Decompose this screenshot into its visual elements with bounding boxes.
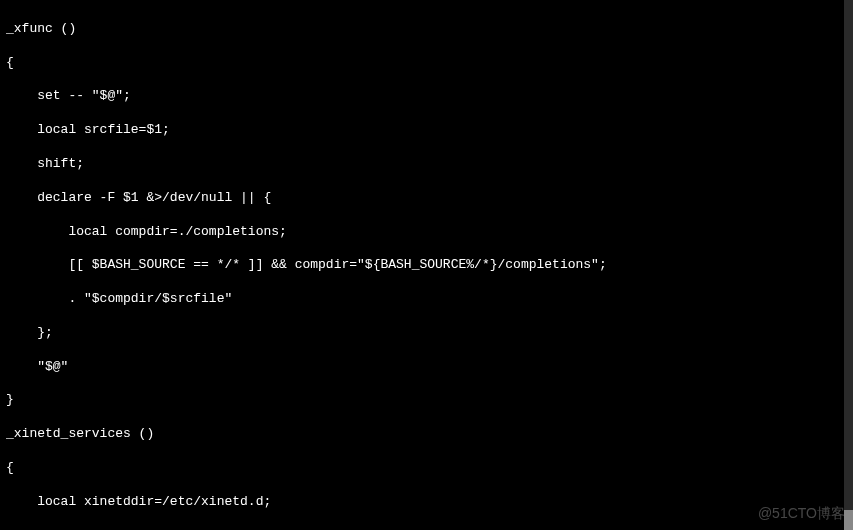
scrollbar-thumb[interactable] — [844, 510, 853, 530]
code-line: } — [6, 392, 847, 409]
code-line: local srcfile=$1; — [6, 122, 847, 139]
code-line: "$@" — [6, 359, 847, 376]
terminal-output: _xfunc () { set -- "$@"; local srcfile=$… — [6, 4, 847, 530]
code-line: set -- "$@"; — [6, 88, 847, 105]
code-line: _xfunc () — [6, 21, 847, 38]
code-line: local xinetddir=/etc/xinetd.d; — [6, 494, 847, 511]
code-line: shift; — [6, 156, 847, 173]
code-line: { — [6, 460, 847, 477]
code-line: [[ $BASH_SOURCE == */* ]] && compdir="${… — [6, 257, 847, 274]
code-line: declare -F $1 &>/dev/null || { — [6, 190, 847, 207]
code-line: { — [6, 55, 847, 72]
code-line: local compdir=./completions; — [6, 224, 847, 241]
scrollbar[interactable] — [844, 0, 853, 530]
code-line: }; — [6, 325, 847, 342]
code-line: . "$compdir/$srcfile" — [6, 291, 847, 308]
code-line: _xinetd_services () — [6, 426, 847, 443]
